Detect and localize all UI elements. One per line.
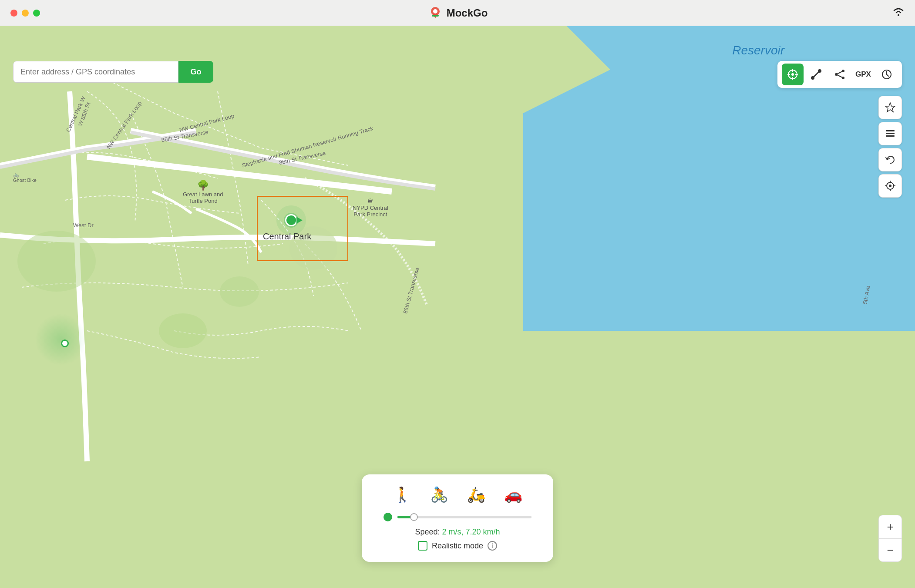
- svg-point-8: [159, 313, 207, 348]
- history-button[interactable]: [876, 64, 898, 85]
- svg-rect-24: [886, 130, 895, 131]
- right-controls: [878, 96, 902, 198]
- slider-dot: [383, 513, 392, 521]
- teleport-button[interactable]: [782, 64, 804, 85]
- window-controls: [10, 10, 40, 17]
- wifi-icon: [892, 7, 905, 19]
- layers-button[interactable]: [878, 122, 902, 145]
- minimize-button[interactable]: [22, 10, 29, 17]
- glow-circle: [35, 313, 87, 366]
- share-button[interactable]: [829, 64, 851, 85]
- svg-line-21: [836, 74, 843, 78]
- ghost-bike-marker: 🚲 Ghost Bike: [13, 172, 37, 183]
- speed-slider[interactable]: [397, 516, 532, 518]
- top-toolbar: GPX: [777, 61, 902, 88]
- speed-label: Speed:: [415, 528, 440, 536]
- reservoir-label: Reservoir: [732, 44, 784, 57]
- great-lawn-marker: 🌳 Great Lawn andTurtle Pond: [183, 180, 223, 204]
- realistic-mode-checkbox[interactable]: [418, 541, 427, 551]
- svg-line-20: [836, 71, 843, 74]
- speed-panel: 🚶 🚴 🛵 🚗 Speed: 2 m/s, 7.20 km/h Realisti…: [362, 474, 553, 562]
- great-lawn-label: Great Lawn andTurtle Pond: [183, 191, 223, 204]
- realistic-mode-label: Realistic mode: [432, 541, 483, 551]
- app-title: MockGo: [447, 7, 488, 19]
- close-button[interactable]: [10, 10, 17, 17]
- app-logo: MockGo: [427, 5, 488, 21]
- gpx-button[interactable]: GPX: [852, 64, 874, 85]
- zoom-in-button[interactable]: +: [878, 515, 902, 538]
- svg-rect-3: [432, 15, 439, 17]
- star-icon: [885, 102, 896, 113]
- svg-point-7: [220, 276, 259, 307]
- small-location-marker: [61, 339, 69, 347]
- svg-point-28: [889, 185, 891, 187]
- ghost-bike-label: Ghost Bike: [13, 178, 37, 183]
- nypd-label: 🏛 NYPD CentralPark Precinct: [353, 198, 388, 218]
- share-icon: [834, 68, 846, 81]
- svg-marker-23: [885, 103, 895, 112]
- speed-slider-row: [383, 513, 532, 521]
- logo-icon: [427, 5, 443, 21]
- walk-mode-button[interactable]: 🚶: [388, 484, 417, 505]
- moped-mode-button[interactable]: 🛵: [462, 484, 491, 505]
- svg-rect-26: [886, 135, 895, 137]
- car-mode-button[interactable]: 🚗: [499, 484, 528, 505]
- layers-icon: [885, 128, 896, 139]
- map-container[interactable]: Reservoir Central Park W W 85th St NW Ce…: [0, 26, 915, 588]
- street-label-west-dr: West Dr: [73, 222, 94, 228]
- speed-display: Speed: 2 m/s, 7.20 km/h: [383, 528, 532, 537]
- marker-arrow: [296, 217, 303, 224]
- svg-point-14: [791, 73, 794, 76]
- svg-point-16: [818, 69, 821, 73]
- zoom-controls: + −: [878, 515, 902, 562]
- svg-point-15: [811, 76, 814, 80]
- route-button[interactable]: [805, 64, 827, 85]
- search-bar: Go: [13, 61, 213, 83]
- location-marker: [285, 214, 303, 226]
- maximize-button[interactable]: [33, 10, 40, 17]
- search-input[interactable]: [13, 61, 178, 83]
- svg-rect-25: [886, 133, 895, 134]
- marker-dot: [285, 214, 297, 226]
- info-icon[interactable]: i: [488, 541, 497, 551]
- central-park-label: Central Park: [263, 232, 311, 242]
- crosshair-icon: [787, 68, 799, 81]
- undo-icon: [885, 154, 896, 165]
- speed-value: 2 m/s, 7.20 km/h: [442, 528, 500, 536]
- zoom-out-button[interactable]: −: [878, 538, 902, 562]
- go-button[interactable]: Go: [178, 61, 213, 83]
- history-icon: [881, 68, 893, 81]
- svg-point-1: [433, 9, 437, 13]
- transport-mode-selector: 🚶 🚴 🛵 🚗: [383, 484, 532, 505]
- locate-button[interactable]: [878, 174, 902, 198]
- svg-point-5: [17, 231, 96, 292]
- titlebar: MockGo: [0, 0, 915, 26]
- route-icon: [810, 68, 822, 81]
- locate-icon: [885, 180, 896, 192]
- svg-point-4: [898, 14, 899, 16]
- favorite-button[interactable]: [878, 96, 902, 119]
- bike-mode-button[interactable]: 🚴: [425, 484, 454, 505]
- undo-button[interactable]: [878, 148, 902, 171]
- realistic-mode-row: Realistic mode i: [383, 541, 532, 551]
